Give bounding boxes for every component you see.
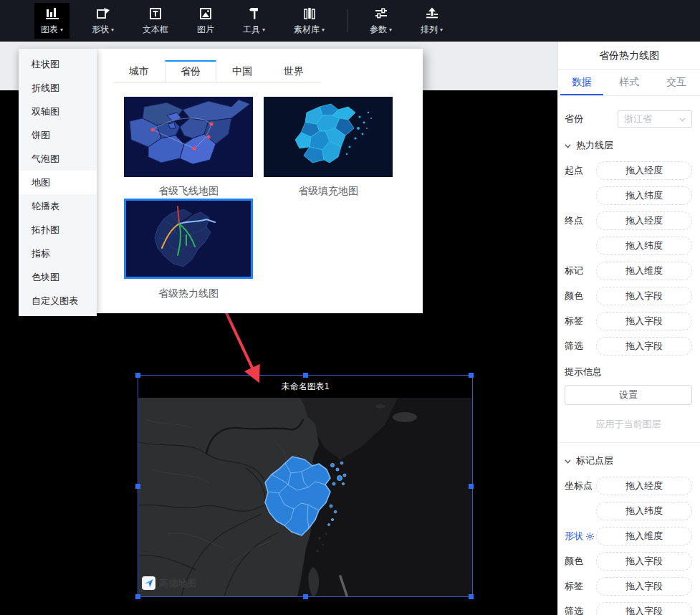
- drop-zone-pill[interactable]: 拖入字段: [596, 337, 692, 356]
- toolbar-item-charts[interactable]: 图表▾: [34, 3, 69, 39]
- sliders-icon: [373, 6, 389, 21]
- menu-item-bubble-chart[interactable]: 气泡图: [19, 147, 97, 171]
- menu-item-bar-chart[interactable]: 柱状图: [19, 52, 97, 76]
- thumbnail-province-heatline-map[interactable]: [124, 199, 253, 279]
- section-marker-layer[interactable]: 标记点层: [565, 454, 692, 467]
- tab-interaction[interactable]: 交互: [653, 70, 700, 95]
- inspector-title: 省份热力线图: [558, 42, 700, 70]
- menu-item-indicator[interactable]: 指标: [19, 242, 97, 265]
- toolbar-label: 图片: [197, 24, 214, 36]
- drop-zone-pill[interactable]: 拖入字段: [596, 577, 692, 596]
- caret-down-icon: ▾: [60, 27, 63, 33]
- drop-zone-pill[interactable]: 拖入经度: [596, 211, 692, 230]
- inspector-panel: 省份热力线图 数据 样式 交互 省份 浙江省 热力线层 起点 拖入经度 拖入纬度…: [557, 42, 700, 615]
- menu-item-line-chart[interactable]: 折线图: [19, 76, 97, 100]
- resize-handle-se[interactable]: [469, 594, 474, 599]
- tooltip-settings-button[interactable]: 设置: [565, 385, 692, 405]
- amap-attribution-text: 高德地图: [159, 578, 196, 588]
- field-label: 标签: [565, 580, 596, 593]
- field-row-filter: 筛选 拖入字段: [565, 337, 692, 356]
- toolbar-label: 排列: [421, 24, 438, 36]
- province-value: 浙江省: [624, 113, 652, 125]
- section-heatline-layer[interactable]: 热力线层: [565, 139, 692, 152]
- resize-handle-w[interactable]: [135, 484, 140, 489]
- heatline-map-preview: [126, 201, 251, 277]
- arrange-icon: [424, 6, 440, 21]
- drop-zone-pill[interactable]: 拖入维度: [596, 262, 692, 280]
- shape-icon: [95, 6, 111, 21]
- drop-zone-pill[interactable]: 拖入字段: [596, 602, 692, 615]
- resize-handle-s[interactable]: [303, 594, 308, 599]
- toolbar-item-tools[interactable]: 工具▾: [236, 3, 272, 39]
- field-label: 起点: [565, 164, 596, 177]
- tab-city[interactable]: 城市: [113, 60, 165, 82]
- menu-item-color-block[interactable]: 色块图: [19, 265, 97, 289]
- menu-item-map[interactable]: 地图: [19, 171, 97, 194]
- tab-world[interactable]: 世界: [268, 60, 320, 82]
- resize-handle-nw[interactable]: [135, 373, 140, 378]
- section-divider: [558, 442, 700, 443]
- menu-item-topology[interactable]: 拓扑图: [19, 218, 97, 242]
- tab-province[interactable]: 省份: [165, 60, 216, 82]
- section-title: 热力线层: [576, 139, 613, 152]
- toolbar-item-image[interactable]: 图片: [191, 3, 221, 39]
- drop-zone-pill[interactable]: 拖入纬度: [596, 502, 692, 520]
- drop-zone-pill[interactable]: 拖入维度: [596, 527, 692, 545]
- resize-handle-sw[interactable]: [135, 594, 140, 599]
- resize-handle-n[interactable]: [303, 373, 308, 378]
- tooltip-info-label: 提示信息: [565, 366, 692, 378]
- province-select[interactable]: 浙江省: [618, 110, 692, 128]
- tab-data[interactable]: 数据: [558, 70, 605, 95]
- thumbnail-province-filled-map[interactable]: [264, 97, 393, 177]
- province-row: 省份 浙江省: [565, 110, 692, 128]
- thumbnail-province-flyline-map[interactable]: [124, 97, 253, 177]
- field-row-color: 颜色 拖入字段: [565, 287, 692, 305]
- field-row-filter2: 筛选 拖入字段: [565, 602, 692, 615]
- caret-down-icon: ▾: [440, 27, 443, 33]
- tab-style[interactable]: 样式: [605, 70, 653, 95]
- amap-logo: [142, 576, 155, 590]
- toolbar-item-params[interactable]: 参数▾: [363, 3, 398, 39]
- toolbar-item-library[interactable]: 素材库▾: [287, 3, 331, 39]
- drop-zone-pill[interactable]: 拖入纬度: [596, 186, 692, 205]
- drop-zone-pill[interactable]: 拖入字段: [596, 312, 692, 330]
- chevron-down-icon: [679, 116, 686, 123]
- field-label: 颜色: [565, 555, 596, 568]
- menu-item-custom-chart[interactable]: 自定义图表: [19, 289, 97, 313]
- drop-zone-pill[interactable]: 拖入字段: [596, 287, 692, 305]
- province-heatline-map: 高德地图: [138, 398, 472, 596]
- drop-zone-pill[interactable]: 拖入纬度: [596, 237, 692, 255]
- toolbar-item-arrange[interactable]: 排列▾: [414, 3, 449, 39]
- toolbar-item-textbox[interactable]: 文本框: [136, 3, 175, 39]
- field-row-color2: 颜色 拖入字段: [565, 552, 692, 571]
- top-toolbar: 图表▾ 形状▾ 文本框 图片 工具▾: [0, 0, 700, 42]
- field-label: 筛选: [565, 340, 596, 353]
- resize-handle-e[interactable]: [469, 484, 474, 489]
- toolbar-item-shapes[interactable]: 形状▾: [85, 3, 120, 39]
- toolbar-label: 形状: [92, 24, 109, 36]
- field-row-end-lng: 终点 拖入经度: [565, 211, 692, 230]
- toolbar-label: 参数: [370, 24, 387, 36]
- drop-zone-pill[interactable]: 拖入经度: [596, 161, 692, 180]
- drop-zone-pill[interactable]: 拖入字段: [596, 552, 692, 571]
- map-gallery-popup: 城市 省份 中国 世界: [97, 49, 423, 313]
- tab-china[interactable]: 中国: [216, 60, 268, 82]
- menu-item-pie-chart[interactable]: 饼图: [19, 123, 97, 147]
- drop-zone-pill[interactable]: 拖入经度: [596, 477, 692, 495]
- chart-title: 未命名图表1: [138, 376, 472, 398]
- chevron-down-icon: [565, 143, 571, 149]
- menu-item-dual-axis[interactable]: 双轴图: [19, 100, 97, 123]
- menu-item-carousel-table[interactable]: 轮播表: [19, 194, 97, 218]
- field-label: 形状: [565, 530, 583, 543]
- toolbar-label: 素材库: [294, 24, 320, 36]
- gear-icon[interactable]: [585, 532, 595, 541]
- resize-handle-ne[interactable]: [469, 373, 474, 378]
- field-row-start-lat: 拖入纬度: [565, 186, 692, 205]
- image-icon: [198, 6, 213, 21]
- library-icon: [302, 6, 317, 21]
- field-row-coord-lng: 坐标点 拖入经度: [565, 477, 692, 495]
- section-title: 标记点层: [576, 454, 613, 467]
- field-label: 筛选: [565, 605, 596, 615]
- map-chart-widget[interactable]: 未命名图表1: [138, 375, 473, 597]
- apply-to-layer-button[interactable]: 应用于当前图层: [565, 418, 692, 431]
